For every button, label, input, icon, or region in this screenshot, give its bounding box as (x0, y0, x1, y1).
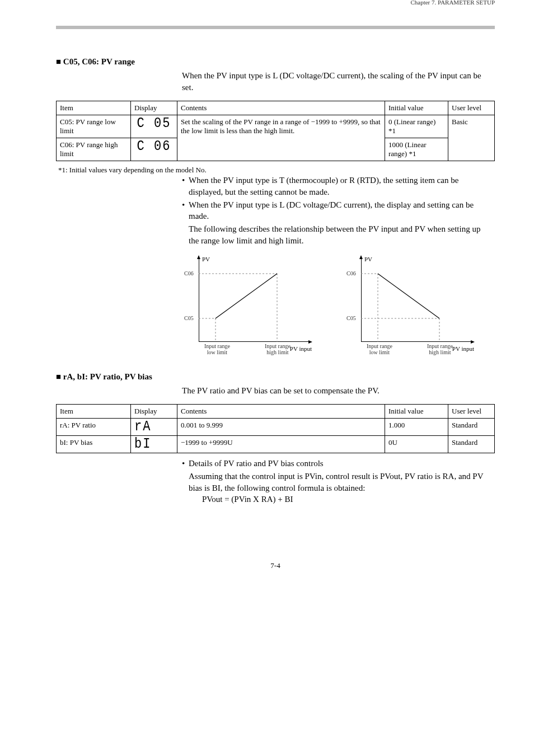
list-item: • When the PV input type is T (thermocou… (182, 175, 489, 198)
th-display: Display (131, 405, 177, 419)
cell-initial: 0 (Linear range) *1 (385, 115, 448, 138)
title-text: C05, C06: PV range (63, 57, 135, 66)
table-header-row: Item Display Contents Initial value User… (57, 101, 495, 115)
th-item: Item (57, 101, 131, 115)
table-footnote: *1: Initial values vary depending on the… (58, 166, 495, 175)
plot-descending: PV PV input C06 C05 Input range low limi… (344, 257, 473, 352)
table-row: bI: PV bias bI −1999 to +9999U 0U Standa… (57, 436, 495, 453)
chapter-tag: Chapter 7. PARAMETER SETUP (56, 0, 495, 6)
th-display: Display (131, 101, 177, 115)
section-rAbi: ■ rA, bI: PV ratio, PV bias The PV ratio… (56, 372, 495, 505)
tick-high: Input range high limit (265, 343, 291, 355)
cell-user: Basic (448, 115, 495, 161)
page-number: 7-4 (56, 561, 495, 570)
th-user: User level (448, 101, 495, 115)
title-text: rA, bI: PV ratio, PV bias (63, 372, 152, 381)
bullet-list: • Details of PV ratio and PV bias contro… (182, 458, 489, 505)
diagram-pair: PV PV input C06 C05 Input range low limi… (182, 257, 495, 352)
th-initial: Initial value (385, 101, 448, 115)
seg-display: bI (134, 438, 151, 452)
tick-low: Input range low limit (204, 343, 230, 355)
cell-item: C06: PV range high limit (57, 138, 131, 161)
section-c05c06: ■ C05, C06: PV range When the PV input t… (56, 57, 495, 352)
cell-display: bI (131, 436, 177, 453)
plot-svg (182, 257, 311, 352)
bullet-text: When the PV input type is L (DC voltage/… (189, 199, 489, 222)
plot-svg (344, 257, 473, 352)
th-item: Item (57, 405, 131, 419)
cell-display: rA (131, 419, 177, 436)
cell-contents: −1999 to +9999U (177, 436, 385, 453)
tick-high: Input range high limit (427, 343, 453, 355)
cell-item: C05: PV range low limit (57, 115, 131, 138)
formula-text: PVout = (PVin X RA) + BI (202, 494, 489, 505)
cell-item: rA: PV ratio (57, 419, 131, 436)
list-item: • Details of PV ratio and PV bias contro… (182, 458, 489, 469)
bullet-dot: • (182, 199, 189, 222)
svg-line-9 (378, 274, 439, 318)
bullet-text: When the PV input type is T (thermocoupl… (189, 175, 489, 198)
th-contents: Contents (177, 101, 385, 115)
intro-text: The PV ratio and PV bias can be set to c… (182, 385, 489, 397)
section-title: ■ rA, bI: PV ratio, PV bias (56, 372, 495, 382)
table-header-row: Item Display Contents Initial value User… (57, 405, 495, 419)
seg-display: C 06 (137, 140, 171, 154)
cell-initial: 1.000 (385, 419, 448, 436)
intro-text: When the PV input type is L (DC voltage/… (182, 70, 489, 93)
followup-text: The following describes the relationship… (189, 223, 489, 246)
tick-c05: C05 (346, 315, 356, 321)
plot-ascending: PV PV input C06 C05 Input range low limi… (182, 257, 311, 352)
table-row: rA: PV ratio rA 0.001 to 9.999 1.000 Sta… (57, 419, 495, 436)
seg-display: rA (134, 420, 151, 434)
section-title: ■ C05, C06: PV range (56, 57, 495, 67)
svg-line-4 (216, 274, 277, 318)
cell-contents: Set the scaling of the PV range in a ran… (177, 115, 385, 161)
list-item: • When the PV input type is L (DC voltag… (182, 199, 489, 222)
detail-text: Assuming that the control input is PVin,… (189, 471, 489, 494)
cell-initial: 1000 (Linear range) *1 (385, 138, 448, 161)
bullet-dot: • (182, 458, 189, 469)
cell-display: C 06 (131, 138, 177, 161)
bullet-list: • When the PV input type is T (thermocou… (182, 175, 489, 246)
cell-display: C 05 (131, 115, 177, 138)
th-contents: Contents (177, 405, 385, 419)
tick-c06: C06 (184, 270, 194, 276)
table-rAbi: Item Display Contents Initial value User… (56, 404, 495, 453)
table-c05c06: Item Display Contents Initial value User… (56, 101, 495, 161)
cell-user: Standard (448, 419, 495, 436)
seg-display: C 05 (137, 117, 171, 131)
tick-c05: C05 (184, 315, 194, 321)
th-initial: Initial value (385, 405, 448, 419)
th-user: User level (448, 405, 495, 419)
cell-item: bI: PV bias (57, 436, 131, 453)
header-rule (56, 26, 495, 29)
tick-c06: C06 (346, 270, 356, 276)
cell-contents: 0.001 to 9.999 (177, 419, 385, 436)
cell-initial: 0U (385, 436, 448, 453)
bullet-dot: • (182, 175, 189, 198)
tick-low: Input range low limit (367, 343, 392, 355)
cell-user: Standard (448, 436, 495, 453)
table-row: C05: PV range low limit C 05 Set the sca… (57, 115, 495, 138)
bullet-text: Details of PV ratio and PV bias controls (189, 458, 489, 469)
